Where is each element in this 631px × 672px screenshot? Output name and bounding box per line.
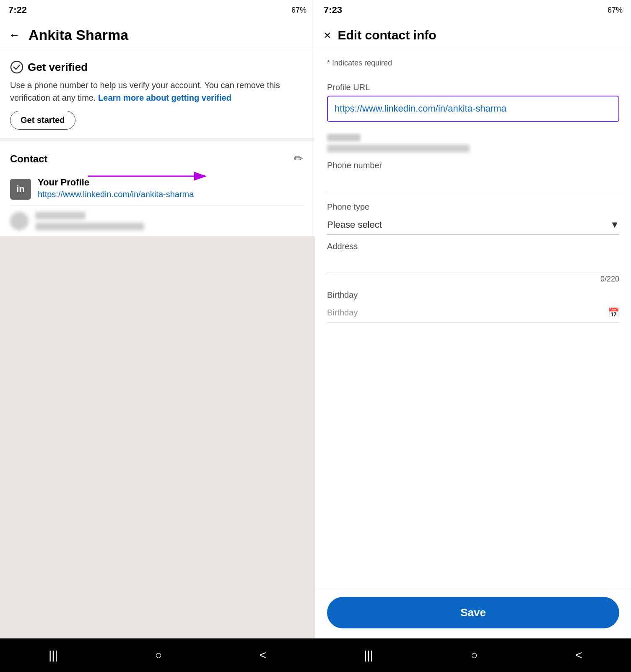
edit-contact-form: * Indicates required Profile URL https:/… — [315, 50, 631, 590]
left-battery: 67% — [291, 6, 306, 15]
dropdown-arrow-icon: ▼ — [610, 219, 619, 230]
address-char-count: 0/220 — [327, 275, 619, 284]
left-nav-back-icon[interactable]: < — [260, 649, 266, 662]
right-status-icons: 67% — [608, 6, 623, 15]
close-button[interactable]: × — [324, 28, 331, 42]
pencil-icon: ✏ — [294, 152, 303, 165]
blurred-contact-text — [35, 212, 305, 230]
left-time: 7:22 — [8, 5, 27, 16]
left-nav-bar: ||| ○ < — [0, 638, 315, 672]
phone-type-label: Phone type — [327, 202, 619, 212]
required-note: * Indicates required — [327, 59, 619, 68]
left-panel: 7:22 67% ← Ankita Sharma Get verified Us… — [0, 0, 315, 672]
phone-number-input[interactable] — [327, 174, 619, 192]
blurred-contact-icon — [10, 212, 29, 230]
right-status-bar: 7:23 67% — [315, 0, 631, 20]
right-top-nav: × Edit contact info — [315, 20, 631, 50]
blurred-contact-row — [10, 206, 305, 236]
blurred-line-2 — [35, 223, 144, 230]
birthday-input[interactable]: Birthday 📅 — [327, 303, 619, 323]
arrow-annotation — [84, 164, 218, 189]
right-time: 7:23 — [324, 5, 342, 16]
phone-type-section: Phone type Please select ▼ — [327, 195, 619, 235]
blurred-line-1 — [35, 212, 86, 219]
left-top-nav: ← Ankita Sharma — [0, 20, 315, 50]
calendar-icon: 📅 — [608, 307, 619, 318]
phone-type-select[interactable]: Please select ▼ — [327, 215, 619, 235]
left-bottom-gray-area — [0, 236, 315, 638]
contact-section: Contact ✏ in Your Profile https://www.li… — [0, 141, 315, 236]
profile-url[interactable]: https://www.linkedin.com/in/ankita-sharm… — [38, 190, 194, 199]
verified-check-icon — [10, 60, 23, 74]
verify-learn-more-link[interactable]: Learn more about getting verified — [98, 93, 231, 102]
address-input[interactable] — [327, 255, 619, 273]
save-button[interactable]: Save — [327, 597, 619, 628]
blurred-field-value — [327, 145, 470, 152]
verify-title: Get verified — [28, 61, 88, 74]
edit-contact-button[interactable]: ✏ — [292, 151, 305, 167]
linkedin-icon: in — [10, 179, 31, 200]
get-started-button[interactable]: Get started — [10, 111, 75, 130]
left-nav-home-icon[interactable]: ○ — [155, 649, 162, 662]
right-battery: 67% — [608, 6, 623, 15]
linkedin-in-label: in — [16, 184, 25, 195]
right-page-title: Edit contact info — [338, 28, 436, 42]
phone-number-label: Phone number — [327, 161, 619, 170]
left-status-bar: 7:22 67% — [0, 0, 315, 20]
verify-description: Use a phone number to help us verify you… — [10, 79, 305, 104]
right-nav-back-icon[interactable]: < — [575, 649, 582, 662]
profile-url-label: Profile URL — [327, 83, 619, 92]
verify-section: Get verified Use a phone number to help … — [0, 50, 315, 141]
back-button[interactable]: ← — [8, 29, 20, 42]
right-panel: 7:23 67% × Edit contact info * Indicates… — [315, 0, 631, 672]
birthday-label: Birthday — [327, 290, 619, 300]
svg-point-0 — [11, 61, 23, 73]
address-label: Address — [327, 242, 619, 251]
birthday-placeholder: Birthday — [327, 308, 358, 318]
right-nav-home-icon[interactable]: ○ — [471, 649, 478, 662]
right-nav-menu-icon[interactable]: ||| — [364, 649, 373, 662]
save-button-wrap: Save — [315, 590, 631, 638]
blurred-field-label — [327, 134, 361, 141]
left-status-icons: 67% — [291, 6, 306, 15]
verify-header: Get verified — [10, 60, 305, 74]
right-nav-bar: ||| ○ < — [315, 638, 631, 672]
profile-url-input[interactable]: https://www.linkedin.com/in/ankita-sharm… — [327, 96, 619, 122]
contact-label: Contact — [10, 153, 47, 165]
left-nav-menu-icon[interactable]: ||| — [49, 649, 58, 662]
phone-type-placeholder: Please select — [327, 219, 382, 230]
left-page-title: Ankita Sharma — [29, 27, 128, 43]
